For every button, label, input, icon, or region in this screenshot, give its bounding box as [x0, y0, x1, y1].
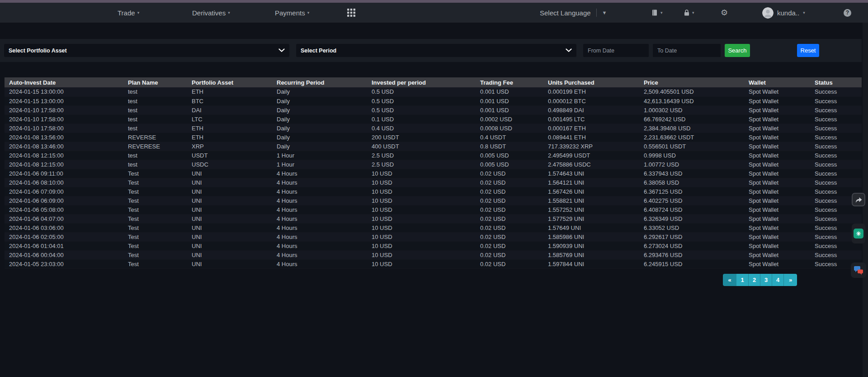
- table-cell: Test: [123, 196, 187, 205]
- table-cell: 2024-01-06 03:06:00: [5, 223, 123, 232]
- to-date-input[interactable]: [653, 44, 721, 57]
- pagination-pages: 1234: [736, 274, 783, 286]
- table-cell: 717.339232 XRP: [543, 142, 639, 151]
- table-cell: Success: [810, 115, 862, 124]
- chat-widget-button[interactable]: [851, 262, 866, 278]
- table-cell: 6.38058 USD: [639, 178, 744, 187]
- table-cell: Test: [123, 223, 187, 232]
- table-cell: Spot Wallet: [744, 214, 810, 223]
- language-caret-icon: ▼: [602, 10, 607, 15]
- page-button[interactable]: 4: [772, 274, 783, 286]
- from-date-input[interactable]: [583, 44, 649, 57]
- table-cell: 1.567426 UNI: [543, 187, 639, 196]
- table-cell: 0.0002 USD: [476, 115, 543, 124]
- table-cell: 2024-01-06 07:09:00: [5, 187, 123, 196]
- column-header-trading-fee: Trading Fee: [476, 77, 543, 87]
- security-menu-button[interactable]: ▾: [684, 3, 694, 23]
- table-cell: DAI: [187, 105, 272, 115]
- table-cell: USDT: [187, 151, 272, 160]
- settings-button[interactable]: ⚙: [721, 3, 728, 23]
- page-button[interactable]: 2: [748, 274, 760, 286]
- orders-book-button[interactable]: ▾: [651, 3, 663, 23]
- page-button[interactable]: 1: [736, 274, 748, 286]
- table-cell: Spot Wallet: [744, 205, 810, 214]
- table-cell: UNI: [187, 223, 272, 232]
- search-button[interactable]: Search: [725, 44, 750, 57]
- apps-grid-button[interactable]: [347, 3, 355, 23]
- table-cell: 0.02 USD: [476, 259, 543, 268]
- table-cell: Success: [810, 142, 862, 151]
- help-button[interactable]: ?: [844, 3, 851, 23]
- table-row: 2024-01-06 06:09:00TestUNI4 Hours10 USD0…: [5, 196, 862, 205]
- table-cell: 0.02 USD: [476, 223, 543, 232]
- nav-menu-trade[interactable]: Trade ▾: [118, 3, 139, 23]
- table-cell: 0.02 USD: [476, 241, 543, 250]
- table-row: 2024-01-05 23:03:00TestUNI4 Hours10 USD0…: [5, 259, 862, 268]
- table-cell: 10 USD: [367, 196, 476, 205]
- table-cell: test: [123, 87, 187, 96]
- table-cell: Spot Wallet: [744, 105, 810, 115]
- pagination-prev-button[interactable]: «: [723, 274, 736, 286]
- table-cell: BTC: [187, 96, 272, 105]
- table-cell: Spot Wallet: [744, 196, 810, 205]
- top-navbar: Trade ▾ Derivatives ▾ Payments ▾ Select …: [0, 3, 868, 23]
- table-cell: Spot Wallet: [744, 250, 810, 259]
- table-cell: 1.577529 UNI: [543, 214, 639, 223]
- table-cell: Spot Wallet: [744, 160, 810, 169]
- table-row: 2024-01-06 01:04:01TestUNI4 Hours10 USD0…: [5, 241, 862, 250]
- page-button[interactable]: 3: [760, 274, 772, 286]
- table-cell: USDC: [187, 160, 272, 169]
- table-cell: 2024-01-08 13:56:00: [5, 133, 123, 142]
- from-date-field-wrap: [583, 44, 649, 57]
- language-selector[interactable]: Select Language ▼: [540, 3, 607, 23]
- table-cell: ETH: [187, 87, 272, 96]
- reset-button[interactable]: Reset: [797, 44, 819, 57]
- filter-panel: Select Portfolio Asset Select Period Sea…: [0, 39, 862, 62]
- nav-menu-derivatives-label: Derivatives: [192, 9, 226, 17]
- table-cell: Daily: [272, 133, 367, 142]
- table-cell: Test: [123, 232, 187, 241]
- table-cell: 2024-01-08 12:15:00: [5, 160, 123, 169]
- help-icon: ?: [844, 9, 851, 17]
- table-row: 2024-01-06 00:04:00TestUNI4 Hours10 USD0…: [5, 250, 862, 259]
- table-cell: Test: [123, 187, 187, 196]
- pagination-next-button[interactable]: »: [783, 274, 797, 286]
- table-cell: Spot Wallet: [744, 169, 810, 178]
- table-cell: 10 USD: [367, 169, 476, 178]
- lock-icon: [684, 9, 690, 16]
- apps-grid-icon: [347, 9, 355, 17]
- assistant-widget-button[interactable]: ✳: [852, 224, 865, 243]
- table-cell: Daily: [272, 87, 367, 96]
- table-cell: 200 USDT: [367, 133, 476, 142]
- share-widget-button[interactable]: [852, 193, 865, 206]
- nav-menu-payments-label: Payments: [275, 9, 305, 17]
- table-row: 2024-01-10 17:58:00testDAIDaily0.5 USD0.…: [5, 105, 862, 115]
- table-cell: 2024-01-05 23:03:00: [5, 259, 123, 268]
- nav-menu-payments[interactable]: Payments ▾: [275, 3, 309, 23]
- nav-menu-derivatives[interactable]: Derivatives ▾: [192, 3, 230, 23]
- table-cell: Spot Wallet: [744, 223, 810, 232]
- period-select[interactable]: Select Period: [296, 44, 576, 57]
- table-cell: UNI: [187, 241, 272, 250]
- table-cell: test: [123, 160, 187, 169]
- table-cell: 0.0008 USD: [476, 124, 543, 133]
- table-cell: 4 Hours: [272, 214, 367, 223]
- table-cell: test: [123, 115, 187, 124]
- table-cell: 0.000167 ETH: [543, 124, 639, 133]
- chevron-down-icon: ▾: [660, 11, 663, 15]
- column-header-wallet: Wallet: [744, 77, 810, 87]
- portfolio-asset-select[interactable]: Select Portfolio Asset: [4, 44, 289, 57]
- table-cell: 0.498849 DAI: [543, 105, 639, 115]
- table-cell: Test: [123, 250, 187, 259]
- table-cell: 2024-01-06 05:08:00: [5, 205, 123, 214]
- table-row: 2024-01-06 05:08:00TestUNI4 Hours10 USD0…: [5, 205, 862, 214]
- table-cell: 6.408724 USD: [639, 205, 744, 214]
- chat-bubbles-icon: [854, 266, 863, 275]
- table-cell: 10 USD: [367, 241, 476, 250]
- table-cell: 0.02 USD: [476, 250, 543, 259]
- table-cell: 2024-01-08 12:15:00: [5, 151, 123, 160]
- chevron-down-icon: ▾: [307, 11, 310, 15]
- table-cell: test: [123, 151, 187, 160]
- user-account-menu[interactable]: kunda.. ▾: [762, 3, 805, 23]
- table-cell: 1.590939 UNI: [543, 241, 639, 250]
